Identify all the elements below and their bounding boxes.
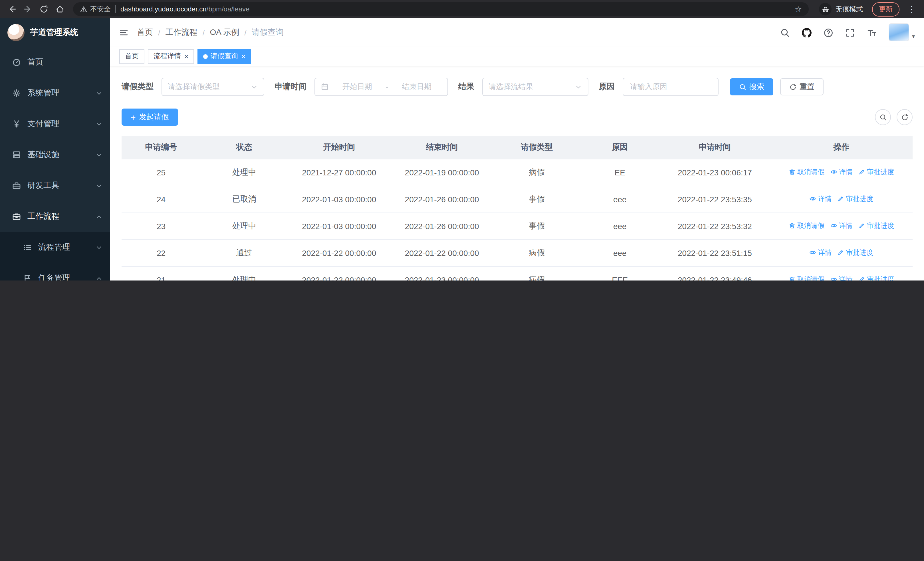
col-actions: 操作 [770,136,913,159]
approval-progress-link[interactable]: 审批进度 [858,221,894,231]
detail-link[interactable]: 详情 [830,167,852,177]
col-leave-type: 请假类型 [494,136,580,159]
sidebar-item-system[interactable]: 系统管理 [0,78,110,108]
detail-link[interactable]: 详情 [809,248,831,258]
approval-progress-link[interactable]: 审批进度 [858,275,894,281]
row-actions-cell: 详情审批进度 [770,239,913,266]
leave-type-select[interactable]: 请选择请假类型 [162,78,264,96]
tab-home[interactable]: 首页 [119,49,144,64]
col-end-time: 结束时间 [390,136,493,159]
apply-time-cell: 2022-01-22 23:49:46 [660,266,770,281]
search-button[interactable]: 搜索 [730,78,773,95]
cancel-leave-link[interactable]: 取消请假 [789,167,824,177]
end-date-placeholder: 结束日期 [392,82,442,92]
bookmark-star-icon[interactable]: ☆ [795,5,802,13]
sidebar-item-home[interactable]: 首页 [0,47,110,78]
logo-image [8,24,24,41]
approval-progress-link[interactable]: 审批进度 [858,167,894,177]
chevron-down-icon [250,83,258,90]
briefcase-icon [12,212,21,221]
tab-leave-query[interactable]: 请假查询 × [198,49,251,64]
row-actions-cell: 取消请假详情审批进度 [770,159,913,186]
sidebar-item-workflow[interactable]: 工作流程 [0,201,110,232]
cancel-leave-link[interactable]: 取消请假 [789,221,824,231]
refresh-icon [901,113,908,121]
cancel-leave-link[interactable]: 取消请假 [789,275,824,281]
back-button[interactable] [4,2,20,17]
browser-menu-icon[interactable]: ⋮ [904,4,920,14]
leave-type-cell: 病假 [494,159,580,186]
chevron-up-icon [95,275,103,281]
tab-process-detail[interactable]: 流程详情 × [148,49,194,64]
start-time-cell: 2022-01-03 00:00:00 [288,212,390,239]
leave-table: 申请编号 状态 开始时间 结束时间 请假类型 原因 申请时间 操作 25处理中2… [122,136,913,281]
chevron-down-icon [95,120,103,128]
sidebar: 芋道管理系统 首页 系统管理 支付管理 基础设施 [0,18,110,281]
forward-button[interactable] [21,2,35,17]
flag-icon [23,274,32,281]
apply-id-cell: 21 [122,266,201,281]
col-apply-id: 申请编号 [122,136,201,159]
detail-link[interactable]: 详情 [809,194,831,204]
sidebar-toggle-icon[interactable] [119,28,128,37]
date-separator: - [386,83,388,91]
sidebar-item-payment[interactable]: 支付管理 [0,108,110,139]
reason-label: 原因 [599,82,615,92]
start-time-cell: 2021-12-27 00:00:00 [288,159,390,186]
reload-button[interactable] [36,2,51,17]
sidebar-item-task-mgmt[interactable]: 任务管理 [0,263,110,281]
fullscreen-icon[interactable] [845,28,855,38]
chevron-up-icon [95,213,103,220]
approval-progress-link[interactable]: 审批进度 [837,248,873,258]
result-select[interactable]: 请选择流结果 [482,78,588,96]
breadcrumb-item[interactable]: 首页 [137,27,153,38]
app-logo[interactable]: 芋道管理系统 [0,18,110,47]
detail-link[interactable]: 详情 [830,221,852,231]
browser-update-button[interactable]: 更新 [872,2,900,16]
col-apply-time: 申请时间 [660,136,770,159]
breadcrumb-item[interactable]: OA 示例 [210,27,239,38]
avatar [889,23,909,41]
help-icon[interactable] [824,28,833,38]
row-actions-cell: 取消请假详情审批进度 [770,212,913,239]
status-cell: 处理中 [201,159,288,186]
incognito-label: 无痕模式 [836,4,863,14]
row-actions-cell: 详情审批进度 [770,186,913,212]
refresh-table-button[interactable] [897,109,913,125]
approval-progress-link[interactable]: 审批进度 [837,194,873,204]
search-button-label: 搜索 [749,82,764,92]
leave-table-body: 25处理中2021-12-27 00:00:002022-01-19 00:00… [122,159,913,281]
tab-label: 流程详情 [153,51,181,61]
close-icon[interactable]: × [184,53,188,60]
end-time-cell: 2022-01-22 00:00:00 [390,239,493,266]
close-icon[interactable]: × [242,53,245,60]
browser-chrome: 不安全 dashboard.yudao.iocoder.cn/bpm/oa/le… [0,0,924,18]
sidebar-item-label: 任务管理 [38,273,70,281]
user-menu[interactable]: ▾ [889,23,915,42]
start-date-placeholder: 开始日期 [332,82,382,92]
main-area: 首页 / 工作流程 / OA 示例 / 请假查询 ▾ [110,18,924,281]
font-size-icon[interactable] [867,28,877,38]
sidebar-item-process-mgmt[interactable]: 流程管理 [0,232,110,263]
breadcrumb-current: 请假查询 [252,27,284,38]
search-icon[interactable] [780,28,790,38]
apply-time-range-picker[interactable]: 开始日期 - 结束日期 [315,78,448,96]
reason-input[interactable]: 请输入原因 [622,78,718,96]
workflow-submenu: 流程管理 任务管理 我的流程 待办任务 [0,232,110,281]
status-cell: 处理中 [201,266,288,281]
github-icon[interactable] [802,28,812,38]
server-icon [12,150,21,159]
sidebar-item-infrastructure[interactable]: 基础设施 [0,139,110,170]
sidebar-item-devtools[interactable]: 研发工具 [0,170,110,201]
warning-icon [80,5,87,13]
toggle-search-button[interactable] [875,109,891,125]
address-bar[interactable]: 不安全 dashboard.yudao.iocoder.cn/bpm/oa/le… [73,2,809,16]
create-leave-button[interactable]: + 发起请假 [122,108,178,126]
table-row: 23处理中2022-01-03 00:00:002022-01-26 00:00… [122,212,913,239]
breadcrumb-item[interactable]: 工作流程 [165,27,198,38]
reset-button[interactable]: 重置 [780,78,824,95]
security-warning[interactable]: 不安全 [80,4,111,14]
detail-link[interactable]: 详情 [830,275,852,281]
home-button[interactable] [52,2,68,17]
leave-type-label: 请假类型 [122,82,153,92]
